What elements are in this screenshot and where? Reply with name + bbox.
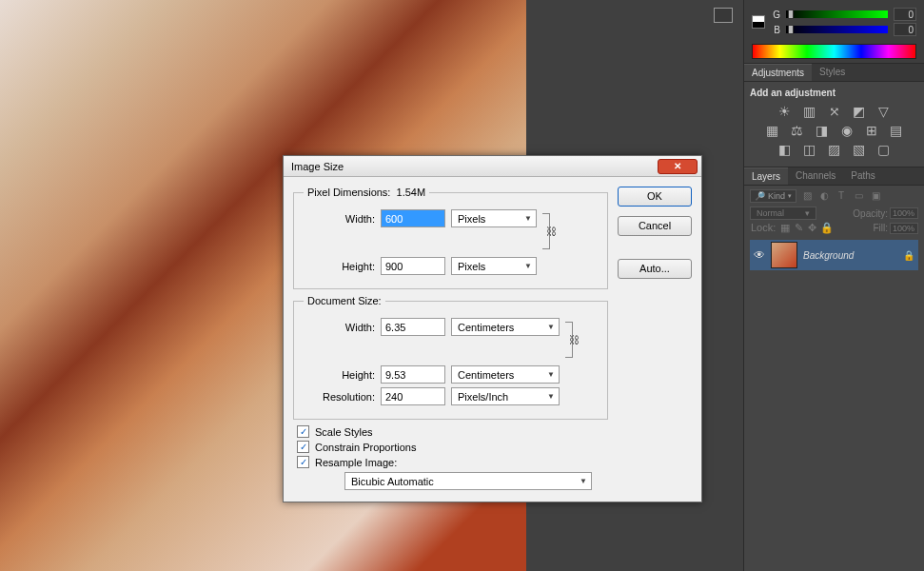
levels-icon[interactable]: ▥	[802, 104, 817, 119]
vibrance-icon[interactable]: ▽	[876, 104, 892, 119]
checkbox-icon: ✓	[297, 456, 309, 468]
doc-link-icon[interactable]: ⛓	[565, 318, 584, 362]
lookup-icon[interactable]: ▤	[889, 123, 904, 138]
layer-filter-kind[interactable]: 🔎 Kind ▾	[750, 189, 796, 203]
dialog-titlebar[interactable]: Image Size ✕	[284, 156, 701, 177]
checkbox-icon: ✓	[297, 441, 309, 453]
image-size-dialog: Image Size ✕ Pixel Dimensions: 1.54M Wid…	[283, 155, 702, 502]
curves-icon[interactable]: ⤧	[827, 104, 842, 119]
doc-height-unit-select[interactable]: Centimeters▼	[451, 365, 560, 384]
layer-thumbnail[interactable]	[771, 242, 797, 268]
resolution-label: Resolution:	[304, 391, 375, 403]
dialog-title: Image Size	[291, 161, 344, 172]
ok-button[interactable]: OK	[618, 187, 692, 207]
layers-tabs: Layers Channels Paths	[744, 167, 924, 186]
px-height-label: Height:	[304, 261, 375, 272]
doc-width-input[interactable]	[381, 318, 445, 336]
close-button[interactable]: ✕	[658, 159, 698, 174]
bw-icon[interactable]: ◨	[815, 123, 830, 138]
gradient-map-icon[interactable]: ▧	[852, 142, 867, 157]
px-width-unit-select[interactable]: Pixels▼	[451, 209, 537, 227]
color-spectrum[interactable]	[752, 44, 916, 59]
adjustments-tabs: Adjustments Styles	[744, 64, 924, 82]
tab-adjustments[interactable]: Adjustments	[744, 64, 812, 81]
px-width-label: Width:	[304, 213, 375, 225]
right-panels: G 0 B 0 Adjustments Styles Add an adjust…	[743, 0, 924, 571]
checkbox-icon: ✓	[297, 425, 309, 438]
dock-toggle-icon[interactable]	[714, 8, 733, 23]
exposure-icon[interactable]: ◩	[852, 104, 867, 119]
blue-slider[interactable]	[786, 26, 888, 33]
blend-mode-select[interactable]: Normal▾	[750, 207, 816, 220]
color-balance-icon[interactable]: ⚖	[790, 123, 805, 138]
color-panel: G 0 B 0	[744, 0, 924, 64]
scale-styles-checkbox[interactable]: ✓ Scale Styles	[297, 425, 608, 438]
posterize-icon[interactable]: ◫	[802, 142, 817, 157]
adjustments-body: Add an adjustment ☀ ▥ ⤧ ◩ ▽ ▦ ⚖ ◨ ◉ ⊞ ▤ …	[744, 82, 924, 167]
doc-height-input[interactable]	[381, 365, 445, 384]
layer-lock-icon[interactable]: 🔒	[903, 250, 914, 261]
hue-icon[interactable]: ▦	[765, 123, 780, 138]
pixel-dimensions-legend: Pixel Dimensions: 1.54M	[304, 187, 429, 198]
resample-method-select[interactable]: Bicubic Automatic▼	[344, 472, 592, 490]
tab-layers[interactable]: Layers	[744, 167, 788, 185]
fill-label: Fill:	[873, 223, 888, 233]
resolution-unit-select[interactable]: Pixels/Inch▼	[451, 387, 560, 405]
lock-transparent-icon[interactable]: ▦	[780, 222, 790, 233]
blue-value[interactable]: 0	[894, 23, 916, 36]
threshold-icon[interactable]: ▨	[827, 142, 842, 157]
px-link-icon[interactable]: ⛓	[542, 209, 561, 253]
opacity-input[interactable]: 100%	[890, 207, 918, 219]
px-width-input[interactable]	[381, 209, 445, 227]
layer-name[interactable]: Background	[803, 250, 854, 261]
opacity-label: Opacity:	[853, 208, 888, 219]
doc-width-label: Width:	[304, 322, 375, 333]
resolution-input[interactable]	[381, 387, 445, 405]
brightness-icon[interactable]: ☀	[777, 104, 793, 119]
tab-channels[interactable]: Channels	[788, 167, 843, 185]
lock-all-icon[interactable]: 🔒	[820, 222, 834, 233]
fill-input[interactable]: 100%	[890, 223, 918, 234]
filter-adjust-icon[interactable]: ◐	[817, 189, 831, 203]
adjustments-heading: Add an adjustment	[750, 88, 918, 98]
px-height-unit-select[interactable]: Pixels▼	[451, 257, 537, 275]
filter-pixel-icon[interactable]: ▨	[800, 189, 814, 203]
tab-paths[interactable]: Paths	[843, 167, 883, 185]
layers-body: 🔎 Kind ▾ ▨ ◐ T ▭ ▣ Normal▾ Opacity: 100%…	[744, 186, 924, 274]
pixel-dimensions-group: Pixel Dimensions: 1.54M Width: Pixels▼ ⛓…	[293, 187, 608, 289]
selective-color-icon[interactable]: ▢	[876, 142, 892, 157]
cancel-button[interactable]: Cancel	[618, 216, 692, 236]
doc-height-label: Height:	[304, 369, 375, 381]
invert-icon[interactable]: ◧	[777, 142, 793, 157]
lock-label: Lock:	[751, 222, 776, 233]
visibility-eye-icon[interactable]: 👁	[754, 248, 765, 262]
channel-mixer-icon[interactable]: ⊞	[864, 123, 879, 138]
green-label: G	[771, 10, 780, 20]
filter-smart-icon[interactable]: ▣	[869, 189, 882, 203]
auto-button[interactable]: Auto...	[618, 259, 692, 279]
px-height-input[interactable]	[381, 257, 445, 275]
green-slider[interactable]	[786, 10, 888, 18]
filter-shape-icon[interactable]: ▭	[852, 189, 865, 203]
photo-filter-icon[interactable]: ◉	[839, 123, 855, 138]
foreground-background-swatch[interactable]	[752, 15, 765, 29]
lock-position-icon[interactable]: ✥	[808, 222, 816, 233]
constrain-proportions-checkbox[interactable]: ✓ Constrain Proportions	[297, 441, 608, 453]
lock-paint-icon[interactable]: ✎	[795, 222, 803, 233]
green-value[interactable]: 0	[894, 8, 916, 21]
filter-type-icon[interactable]: T	[835, 189, 848, 203]
doc-width-unit-select[interactable]: Centimeters▼	[451, 318, 560, 336]
document-size-legend: Document Size:	[304, 295, 385, 306]
resample-image-checkbox[interactable]: ✓ Resample Image:	[297, 456, 608, 468]
tab-styles[interactable]: Styles	[812, 64, 853, 81]
document-size-group: Document Size: Width: Centimeters▼ ⛓ Hei…	[293, 295, 608, 420]
layer-background[interactable]: 👁 Background 🔒	[750, 240, 918, 270]
blue-label: B	[771, 25, 780, 35]
